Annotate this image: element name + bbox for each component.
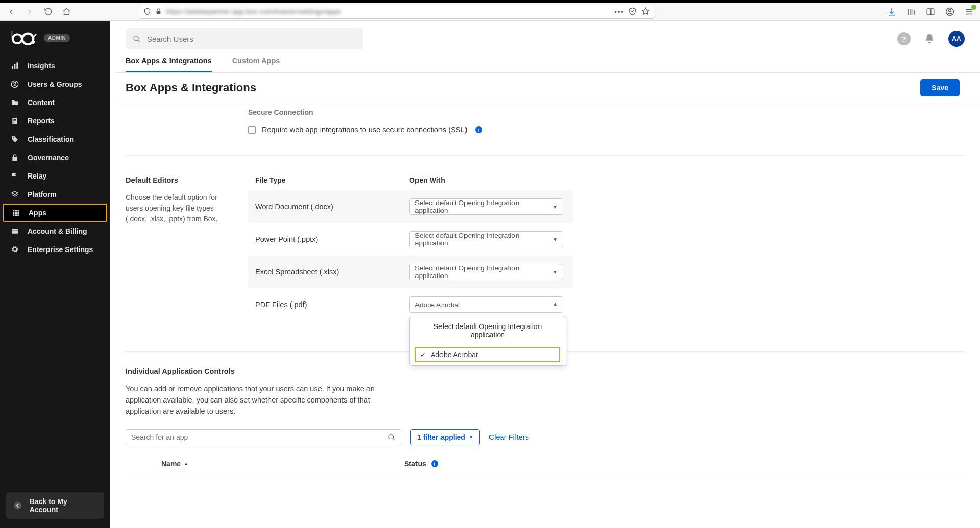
relay-icon <box>10 171 19 181</box>
svg-point-27 <box>134 36 138 40</box>
sidebar-item-governance[interactable]: Governance <box>0 148 110 167</box>
main-content: ? AA Box Apps & Integrations Custom Apps… <box>110 21 980 528</box>
sidebar-item-label: Platform <box>28 190 57 198</box>
sidebar-item-classification[interactable]: Classification <box>0 130 110 148</box>
dropdown-option-acrobat[interactable]: ✓ Adobe Acrobat <box>415 347 560 362</box>
sidebar-toggle-icon[interactable] <box>924 5 937 18</box>
iac-desc: You can add or remove applications that … <box>126 384 401 417</box>
secure-connection-section: Secure Connection Require web app integr… <box>126 108 965 156</box>
svg-rect-15 <box>13 210 14 211</box>
clear-filters-link[interactable]: Clear Filters <box>489 433 529 441</box>
admin-badge: ADMIN <box>44 34 70 42</box>
tab-box-apps[interactable]: Box Apps & Integrations <box>126 57 212 72</box>
reader-icon[interactable] <box>628 7 637 16</box>
browser-forward-button[interactable] <box>22 5 37 19</box>
ssl-checkbox[interactable] <box>248 126 256 134</box>
svg-rect-20 <box>17 212 19 214</box>
user-icon <box>10 80 19 89</box>
account-icon[interactable] <box>943 5 957 18</box>
sidebar-item-users[interactable]: Users & Groups <box>0 75 110 93</box>
avatar[interactable]: AA <box>948 31 965 47</box>
file-type-label: Excel Spreadsheet (.xlsx) <box>255 268 409 276</box>
editor-row-pptx: Power Point (.pptx) Select default Openi… <box>248 223 573 256</box>
open-with-select-pdf[interactable]: Adobe Acrobat ▼ <box>409 296 564 313</box>
svg-rect-6 <box>16 62 18 69</box>
file-type-label: Word Document (.docx) <box>255 203 409 211</box>
open-with-select-pptx[interactable]: Select default Opening Integration appli… <box>409 231 564 247</box>
iac-heading: Individual Application Controls <box>126 367 965 375</box>
lock-icon <box>155 8 162 15</box>
url-bar[interactable]: https://adobepartner.app.box.com/master/… <box>139 5 654 19</box>
more-icon[interactable]: ••• <box>614 8 624 15</box>
svg-rect-23 <box>17 214 19 216</box>
library-icon[interactable] <box>904 5 918 18</box>
back-arrow-icon <box>13 501 22 510</box>
save-button[interactable]: Save <box>920 79 960 96</box>
search-users[interactable] <box>126 28 363 49</box>
help-icon[interactable]: ? <box>897 32 911 45</box>
browser-back-button[interactable] <box>4 5 18 19</box>
sidebar-item-label: Insights <box>28 62 55 70</box>
sidebar-item-reports[interactable]: Reports <box>0 112 110 130</box>
topbar: ? AA <box>116 21 980 49</box>
app-table-header: Name ▲ Status i <box>126 445 965 473</box>
tab-custom-apps[interactable]: Custom Apps <box>232 57 280 72</box>
tag-icon <box>10 135 19 144</box>
section-heading: Secure Connection <box>248 108 965 116</box>
report-icon <box>10 116 19 125</box>
svg-point-13 <box>13 137 14 138</box>
notifications-icon[interactable] <box>923 32 936 45</box>
info-icon[interactable]: i <box>431 460 438 467</box>
svg-rect-10 <box>13 119 16 120</box>
browser-refresh-button[interactable] <box>41 5 55 19</box>
info-icon[interactable]: i <box>475 126 482 133</box>
platform-icon <box>10 190 19 199</box>
option-label: Adobe Acrobat <box>431 350 478 359</box>
sidebar-item-label: Users & Groups <box>28 80 82 88</box>
sidebar-item-billing[interactable]: Account & Billing <box>0 222 110 240</box>
dropdown-option-default[interactable]: Select default Opening Integration appli… <box>410 317 566 344</box>
chevron-down-icon: ▼ <box>553 237 558 242</box>
sidebar-item-insights[interactable]: Insights <box>0 57 110 75</box>
bookmark-star-icon[interactable] <box>641 7 650 16</box>
url-text: https://adobepartner.app.box.com/master/… <box>166 8 341 15</box>
back-to-account-button[interactable]: Back to My Account <box>6 492 104 519</box>
sidebar-item-label: Apps <box>29 209 46 217</box>
open-with-select-docx[interactable]: Select default Opening Integration appli… <box>409 198 564 215</box>
search-users-input[interactable] <box>147 35 356 43</box>
sidebar-item-apps[interactable]: Apps <box>3 204 107 222</box>
default-editors-section: Default Editors Choose the default optio… <box>126 176 965 352</box>
svg-rect-5 <box>14 64 16 69</box>
filter-button[interactable]: 1 filter applied ▼ <box>410 429 480 445</box>
sidebar-item-settings[interactable]: Enterprise Settings <box>0 240 110 259</box>
sidebar-item-relay[interactable]: Relay <box>0 167 110 185</box>
lock-icon <box>10 153 19 162</box>
svg-rect-24 <box>12 229 18 234</box>
billing-icon <box>10 227 19 236</box>
browser-home-button[interactable] <box>59 5 74 19</box>
col-open-with: Open With <box>409 176 445 184</box>
svg-rect-22 <box>15 214 17 216</box>
col-file-type: File Type <box>255 176 409 184</box>
hamburger-menu-icon[interactable] <box>963 5 976 18</box>
col-name-header[interactable]: Name ▲ <box>161 460 404 468</box>
sidebar-item-platform[interactable]: Platform <box>0 185 110 204</box>
select-value: Adobe Acrobat <box>415 301 460 309</box>
sidebar-item-content[interactable]: Content <box>0 93 110 112</box>
open-with-select-xlsx[interactable]: Select default Opening Integration appli… <box>409 264 564 280</box>
svg-point-28 <box>389 435 394 439</box>
downloads-icon[interactable] <box>885 5 898 18</box>
col-status-header[interactable]: Status i <box>404 460 438 468</box>
tabs: Box Apps & Integrations Custom Apps <box>116 49 980 73</box>
svg-rect-11 <box>13 120 16 121</box>
page-header: Box Apps & Integrations Save <box>116 73 980 103</box>
select-value: Select default Opening Integration appli… <box>415 264 553 280</box>
app-search-input[interactable] <box>131 433 388 441</box>
sort-asc-icon: ▲ <box>184 461 188 466</box>
sidebar-item-label: Relay <box>28 172 46 180</box>
svg-rect-14 <box>12 157 17 161</box>
app-search[interactable] <box>126 429 401 445</box>
filter-label: 1 filter applied <box>417 433 465 441</box>
sidebar-item-label: Classification <box>28 135 74 143</box>
shield-icon <box>143 8 151 15</box>
